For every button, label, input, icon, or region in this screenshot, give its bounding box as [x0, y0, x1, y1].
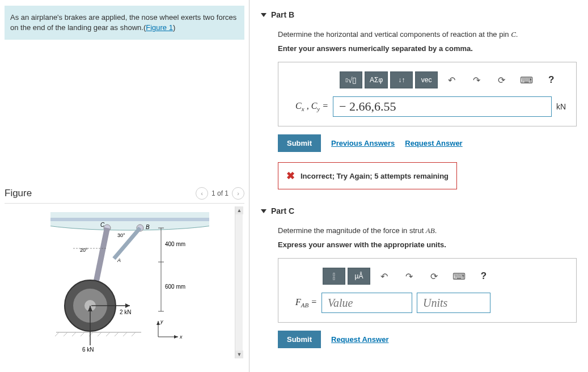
part-b-submit-button[interactable]: Submit	[278, 134, 321, 152]
svg-marker-27	[125, 303, 130, 308]
svg-marker-33	[156, 321, 160, 325]
previous-answers-link[interactable]: Previous Answers	[331, 139, 395, 147]
angle-30: 30°	[117, 232, 125, 238]
part-b-toolbar: ▯√▯ ΑΣφ ↓↑ vec ↶ ↷ ⟳ ⌨ ?	[340, 71, 566, 88]
svg-line-17	[106, 332, 110, 336]
svg-marker-31	[174, 335, 178, 339]
part-b-answer-input[interactable]	[333, 96, 552, 117]
part-b-submit-row: Submit Previous Answers Request Answer	[278, 134, 577, 152]
fraction-button[interactable]: ▯▯	[323, 268, 345, 285]
symbols-button[interactable]: ΑΣφ	[365, 71, 388, 88]
label-a: A	[117, 257, 121, 263]
svg-line-11	[55, 332, 59, 336]
problem-statement: As an airplane's brakes are applied, the…	[5, 6, 244, 40]
part-b-title: Part B	[271, 10, 294, 19]
part-c-header[interactable]: Part C	[261, 206, 577, 215]
svg-line-14	[81, 332, 84, 336]
answer-label-cxy: Cx , Cy =	[289, 101, 328, 112]
units-symbols-button[interactable]: µÅ	[348, 268, 370, 285]
keyboard-icon[interactable]: ⌨	[515, 71, 538, 88]
divider	[5, 203, 244, 204]
pager-text: 1 of 1	[211, 189, 229, 197]
svg-line-15	[89, 332, 93, 336]
feedback-text: Incorrect; Try Again; 5 attempts remaini…	[301, 172, 449, 180]
keyboard-icon[interactable]: ⌨	[447, 268, 470, 285]
svg-line-20	[132, 332, 136, 336]
scroll-down-icon[interactable]: ▼	[235, 350, 243, 358]
part-b-unit: kN	[556, 102, 566, 111]
svg-line-12	[64, 332, 67, 336]
incorrect-icon: ✖	[286, 170, 295, 182]
next-figure-button[interactable]: ›	[232, 187, 244, 200]
part-b-prompt: Determine the horizontal and vertical co…	[278, 29, 577, 40]
part-c-toolbar: ▯▯ µÅ ↶ ↷ ⟳ ⌨ ?	[323, 268, 566, 285]
reset-icon[interactable]: ⟳	[422, 268, 445, 285]
svg-rect-1	[50, 218, 209, 221]
undo-icon[interactable]: ↶	[440, 71, 463, 88]
part-c-content: Determine the magnitude of the force in …	[261, 226, 577, 348]
part-b-answer-row: Cx , Cy = kN	[289, 96, 566, 117]
svg-line-13	[72, 332, 76, 336]
reset-icon[interactable]: ⟳	[490, 71, 513, 88]
part-c-answer-row: FAB =	[289, 293, 566, 313]
scroll-up-icon[interactable]: ▲	[235, 206, 243, 214]
axis-y: y	[160, 319, 163, 324]
figure-pager: ‹ 1 of 1 ›	[196, 187, 244, 200]
help-button[interactable]: ?	[540, 71, 562, 88]
subscript-button[interactable]: ↓↑	[390, 71, 413, 88]
part-c-submit-row: Submit Request Answer	[278, 331, 577, 348]
figure-title: Figure	[5, 188, 32, 199]
landing-gear-figure: C B A 30° 20°	[50, 212, 209, 354]
problem-text-before: As an airplane's brakes are applied, the…	[10, 13, 236, 32]
help-button[interactable]: ?	[472, 268, 495, 285]
figure-header: Figure ‹ 1 of 1 ›	[5, 187, 244, 203]
right-panel: Part B Determine the horizontal and vert…	[249, 0, 588, 372]
undo-icon[interactable]: ↶	[373, 268, 395, 285]
svg-line-18	[115, 332, 119, 336]
part-b-answer-box: ▯√▯ ΑΣφ ↓↑ vec ↶ ↷ ⟳ ⌨ ? Cx , Cy = kN	[278, 62, 577, 126]
part-c-title: Part C	[271, 206, 294, 215]
prev-figure-button[interactable]: ‹	[196, 187, 208, 200]
svg-line-19	[123, 332, 127, 336]
problem-text-after: )	[173, 23, 175, 32]
label-b: B	[146, 224, 150, 230]
part-c-request-answer-link[interactable]: Request Answer	[331, 335, 388, 344]
vec-button[interactable]: vec	[415, 71, 438, 88]
svg-line-16	[98, 332, 101, 336]
figure-link[interactable]: Figure 1	[146, 23, 173, 32]
figure-scrollbar[interactable]: ▲ ▼	[235, 206, 243, 358]
figure-area: C B A 30° 20°	[5, 206, 244, 359]
axis-x: x	[179, 334, 183, 340]
caret-down-icon	[261, 13, 266, 17]
dim-400: 400 mm	[165, 241, 185, 247]
part-b-header[interactable]: Part B	[261, 10, 577, 19]
part-c-units-input[interactable]	[417, 293, 490, 313]
caret-down-icon	[261, 209, 266, 213]
force-6kn: 6 kN	[82, 346, 94, 353]
part-b-content: Determine the horizontal and vertical co…	[261, 29, 577, 189]
part-c-submit-button[interactable]: Submit	[278, 331, 321, 348]
part-b-request-answer-link[interactable]: Request Answer	[405, 139, 462, 147]
force-2kn: 2 kN	[120, 309, 132, 315]
left-panel: As an airplane's brakes are applied, the…	[0, 0, 249, 372]
redo-icon[interactable]: ↷	[397, 268, 420, 285]
label-c: C	[100, 222, 105, 228]
part-c-instruction: Express your answer with the appropriate…	[278, 240, 577, 249]
part-b-instruction: Enter your answers numerically separated…	[278, 44, 577, 53]
dim-600: 600 mm	[165, 284, 185, 290]
part-c-value-input[interactable]	[322, 293, 412, 313]
part-c-prompt: Determine the magnitude of the force in …	[278, 226, 577, 236]
redo-icon[interactable]: ↷	[465, 71, 488, 88]
answer-label-fab: FAB =	[289, 297, 317, 308]
angle-20: 20°	[80, 247, 88, 253]
feedback-box: ✖ Incorrect; Try Again; 5 attempts remai…	[278, 162, 457, 189]
template-button[interactable]: ▯√▯	[340, 71, 362, 88]
part-c-answer-box: ▯▯ µÅ ↶ ↷ ⟳ ⌨ ? FAB =	[278, 258, 577, 323]
